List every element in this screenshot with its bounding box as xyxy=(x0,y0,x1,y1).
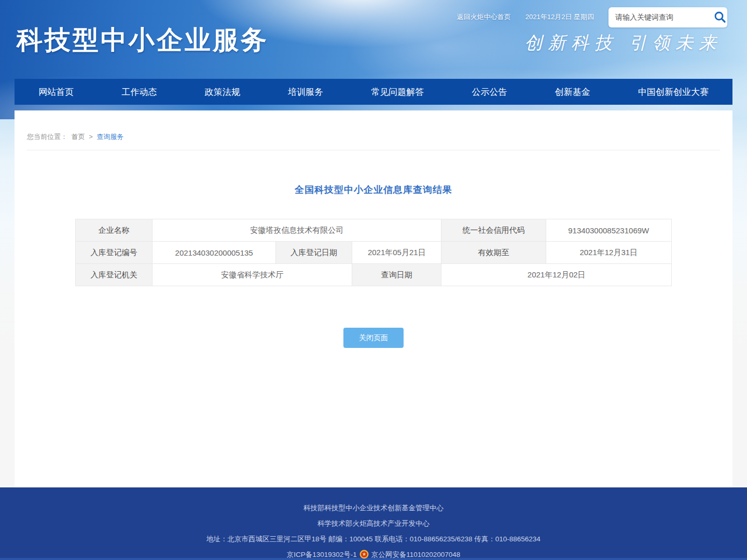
security-record-link[interactable]: 京公网安备11010202007048 xyxy=(371,551,461,558)
valid-until-label: 有效期至 xyxy=(441,242,546,264)
brand-slogan: 创新科技 引领未来 xyxy=(524,31,722,55)
search-icon xyxy=(713,10,727,24)
nav-item-faq[interactable]: 常见问题解答 xyxy=(367,86,428,98)
footer-org-line-1: 科技部科技型中小企业技术创新基金管理中心 xyxy=(0,503,747,512)
registration-number-label: 入库登记编号 xyxy=(76,242,153,264)
nav-item-competition[interactable]: 中国创新创业大赛 xyxy=(634,86,713,98)
breadcrumb-label: 您当前位置： xyxy=(27,133,67,141)
close-page-button[interactable]: 关闭页面 xyxy=(343,328,404,348)
button-row: 关闭页面 xyxy=(15,328,732,348)
site-logo[interactable]: 科技型中小企业服务 xyxy=(17,23,269,58)
search-box xyxy=(608,7,727,27)
company-name-value: 安徽塔孜信息技术有限公司 xyxy=(153,219,441,242)
nav-item-announcements[interactable]: 公示公告 xyxy=(467,86,511,98)
nav-item-training[interactable]: 培训服务 xyxy=(284,86,327,98)
footer-contact-line: 地址：北京市西城区三里河二区甲18号 邮编：100045 联系电话：010-88… xyxy=(0,535,747,543)
table-row-authority: 入库登记机关 安徽省科学技术厅 查询日期 2021年12月02日 xyxy=(76,264,672,286)
query-date-value: 2021年12月02日 xyxy=(441,264,672,286)
registration-date-value: 2021年05月21日 xyxy=(352,242,441,264)
torch-center-home-link[interactable]: 返回火炬中心首页 xyxy=(457,12,511,22)
current-date: 2021年12月2日 星期四 xyxy=(525,12,594,22)
table-row-registration: 入库登记编号 202134030200005135 入库登记日期 2021年05… xyxy=(76,242,672,264)
table-row-company: 企业名称 安徽塔孜信息技术有限公司 统一社会信用代码 9134030008523… xyxy=(76,219,672,242)
registration-authority-value: 安徽省科学技术厅 xyxy=(153,264,352,286)
registration-authority-label: 入库登记机关 xyxy=(76,264,153,286)
breadcrumb-current-link[interactable]: 查询服务 xyxy=(96,133,123,141)
nav-item-work-news[interactable]: 工作动态 xyxy=(117,86,161,98)
query-date-label: 查询日期 xyxy=(352,264,441,286)
main-nav: 网站首页 工作动态 政策法规 培训服务 常见问题解答 公示公告 创新基金 中国创… xyxy=(15,79,732,105)
top-utility-bar: 返回火炬中心首页 2021年12月2日 星期四 xyxy=(0,6,727,28)
page-title: 全国科技型中小企业信息库查询结果 xyxy=(15,184,732,196)
footer-org-line-2: 科学技术部火炬高技术产业开发中心 xyxy=(0,519,747,528)
registration-number-value: 202134030200005135 xyxy=(153,242,276,264)
site-footer: 科技部科技型中小企业技术创新基金管理中心 科学技术部火炬高技术产业开发中心 地址… xyxy=(0,487,747,560)
page: 返回火炬中心首页 2021年12月2日 星期四 科技型中小企业服务 创新科技 引… xyxy=(0,0,747,560)
search-input[interactable] xyxy=(608,7,712,27)
credit-code-value: 91340300085231069W xyxy=(546,219,671,242)
result-table: 企业名称 安徽塔孜信息技术有限公司 统一社会信用代码 9134030008523… xyxy=(75,219,672,286)
footer-icp-line: 京ICP备13019302号-1 京公网安备11010202007048 xyxy=(0,550,747,559)
registration-date-label: 入库登记日期 xyxy=(276,242,352,264)
breadcrumb: 您当前位置： 首页 > 查询服务 xyxy=(27,110,720,150)
content-panel: 您当前位置： 首页 > 查询服务 全国科技型中小企业信息库查询结果 企业名称 安… xyxy=(15,110,732,487)
credit-code-label: 统一社会信用代码 xyxy=(441,219,546,242)
breadcrumb-separator: > xyxy=(89,133,93,141)
nav-item-innovation-fund[interactable]: 创新基金 xyxy=(551,86,594,98)
valid-until-value: 2021年12月31日 xyxy=(546,242,671,264)
nav-item-home[interactable]: 网站首页 xyxy=(34,86,78,98)
search-button[interactable] xyxy=(712,7,727,27)
breadcrumb-home-link[interactable]: 首页 xyxy=(72,133,85,141)
icp-record-link[interactable]: 京ICP备13019302号-1 xyxy=(287,551,357,558)
nav-item-policies[interactable]: 政策法规 xyxy=(201,86,244,98)
police-badge-icon xyxy=(359,550,369,559)
company-name-label: 企业名称 xyxy=(76,219,153,242)
